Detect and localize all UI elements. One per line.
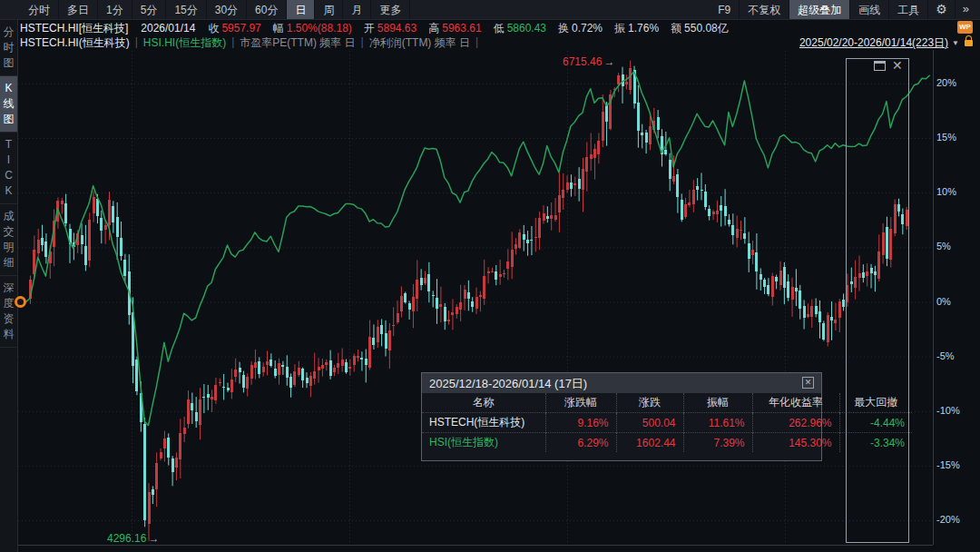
quote-fields: 收5957.97幅1.50%(88.18)开5894.63高5963.61低58… (208, 21, 740, 36)
lock-icon[interactable] (965, 40, 973, 46)
axis-tick: 0% (936, 296, 978, 307)
period-tabs: 分时多日1分5分15分30分60分日周月更多 (20, 0, 410, 19)
symbol-name: HSTECH.HI[恒生科技] (20, 21, 128, 36)
axis-tick: 20% (936, 77, 978, 88)
stats-header: 涨跌幅 (545, 393, 616, 413)
axis-tick: 10% (936, 186, 978, 197)
quote-field-5: 换0.72% (558, 21, 603, 36)
legend-separator: | (135, 35, 138, 51)
low-annotation: 4296.16→ (107, 532, 159, 545)
axis-tick: -20% (936, 514, 978, 525)
series-origin-marker (15, 296, 26, 308)
quote-field-3: 高5963.61 (428, 21, 481, 36)
popup-title: 2025/12/18-2026/01/14 (17日) (429, 376, 587, 392)
toolbar-button-4[interactable]: 工具 (889, 0, 928, 19)
toolbar-button-3[interactable]: 画线 (850, 0, 889, 19)
zoom-selection-rect[interactable] (846, 58, 909, 543)
stats-header: 年化收益率 (752, 393, 839, 413)
axis-tick: 15% (936, 132, 978, 143)
legend-bar: HSTECH.HI(恒生科技)|HSI.HI(恒生指数)|市盈率PE(TTM) … (20, 36, 980, 50)
legend-separator: | (361, 35, 364, 51)
period-tab-3[interactable]: 5分 (132, 0, 167, 19)
date-range-selector[interactable]: 2025/02/20-2026/01/14(223日) (799, 35, 948, 51)
period-tab-0[interactable]: 分时 (20, 0, 59, 19)
selection-controls: ✕ (874, 60, 903, 71)
peak-arrow-icon: → (603, 55, 614, 68)
gear-icon[interactable]: ⚙ (928, 0, 956, 19)
period-tab-5[interactable]: 30分 (207, 0, 247, 19)
sidebar-tab-成交明细[interactable]: 成交明细 (0, 204, 17, 276)
legend-right-group: 2025/02/20-2026/01/14(223日) ▼ (799, 35, 980, 51)
close-selection-icon[interactable]: ✕ (892, 60, 903, 71)
low-arrow-icon: → (148, 532, 159, 545)
quote-bar: HSTECH.HI[恒生科技] 2026/01/14 收5957.97幅1.50… (20, 20, 980, 36)
view-sidebar: 分时图K线图TICK成交明细深度资料 (0, 20, 18, 552)
legend-item-3[interactable]: 净利润(TTM) 频率 日 (369, 35, 470, 51)
toolbar-right-buttons: F9不复权超级叠加画线工具 (710, 0, 928, 19)
period-tab-9[interactable]: 月 (343, 0, 371, 19)
period-tab-7[interactable]: 日 (287, 0, 315, 19)
period-tab-2[interactable]: 1分 (98, 0, 132, 19)
popup-title-bar: 2025/12/18-2026/01/14 (17日) ✕ (422, 373, 821, 393)
peak-value: 6715.46 (563, 55, 602, 68)
toolbar-button-0[interactable]: F9 (710, 0, 740, 19)
period-tab-6[interactable]: 60分 (247, 0, 287, 19)
period-tab-8[interactable]: 周 (315, 0, 343, 19)
quote-field-1: 幅1.50%(88.18) (273, 21, 352, 36)
stats-table: 名称涨跌幅涨跌振幅年化收益率最大回撤 HSTECH(恒生科技)9.16%500.… (422, 393, 912, 452)
low-value: 4296.16 (107, 532, 146, 545)
legend-separator: | (475, 35, 478, 51)
sidebar-tab-深度资料[interactable]: 深度资料 (0, 276, 17, 348)
popup-close-icon[interactable]: ✕ (802, 377, 814, 389)
stats-row-1: HSI(恒生指数)6.29%1602.447.39%145.30%-3.34% (422, 433, 912, 453)
toolbar-button-2[interactable]: 超级叠加 (789, 0, 850, 19)
legend-item-1[interactable]: HSI.HI(恒生指数) (143, 35, 226, 51)
quote-field-7: 额550.08亿 (671, 21, 729, 36)
period-toolbar: 分时多日1分5分15分30分60分日周月更多 F9不复权超级叠加画线工具 ⚙ » (0, 0, 980, 20)
chevron-down-icon[interactable]: ▼ (952, 39, 959, 47)
peak-annotation: 6715.46→ (563, 55, 614, 68)
trading-app-window: 分时多日1分5分15分30分60分日周月更多 F9不复权超级叠加画线工具 ⚙ »… (0, 0, 980, 552)
axis-tick: -15% (936, 459, 978, 470)
quote-field-2: 开5894.63 (364, 21, 416, 36)
sidebar-tab-TICK[interactable]: TICK (0, 133, 17, 204)
stats-header: 名称 (422, 393, 545, 413)
period-tab-10[interactable]: 更多 (371, 0, 410, 19)
legend-item-2[interactable]: 市盈率PE(TTM) 频率 日 (240, 35, 355, 51)
right-axis-line (933, 50, 934, 545)
restore-window-icon[interactable] (874, 61, 886, 71)
quote-date: 2026/01/14 (141, 22, 195, 34)
axis-tick: -5% (936, 350, 978, 361)
quote-field-6: 振1.76% (614, 21, 659, 36)
chart-bottom-border (18, 545, 933, 546)
legend-item-0[interactable]: HSTECH.HI(恒生科技) (20, 35, 130, 51)
toolbar-right-group: F9不复权超级叠加画线工具 ⚙ » (710, 0, 980, 19)
sidebar-tab-分时图[interactable]: 分时图 (0, 20, 17, 76)
legend-items: HSTECH.HI(恒生科技)|HSI.HI(恒生指数)|市盈率PE(TTM) … (20, 35, 484, 51)
quote-field-0: 收5957.97 (208, 21, 260, 36)
wp-logo-badge: WP (957, 21, 973, 34)
legend-separator: | (231, 35, 234, 51)
chart-canvas[interactable] (18, 50, 933, 545)
period-tab-1[interactable]: 多日 (59, 0, 98, 19)
quote-field-4: 低5860.43 (494, 21, 546, 36)
period-tab-4[interactable]: 15分 (166, 0, 206, 19)
stats-row-0: HSTECH(恒生科技)9.16%500.0411.61%262.96%-4.4… (422, 413, 912, 433)
toolbar-button-1[interactable]: 不复权 (740, 0, 789, 19)
axis-tick: -10% (936, 405, 978, 416)
range-stats-popup: 2025/12/18-2026/01/14 (17日) ✕ 名称涨跌幅涨跌振幅年… (421, 372, 822, 461)
sidebar-tab-K线图[interactable]: K线图 (0, 76, 17, 133)
stats-header: 涨跌 (616, 393, 683, 413)
axis-tick: 5% (936, 241, 978, 251)
more-chevron-icon[interactable]: » (956, 0, 976, 19)
stats-header: 振幅 (683, 393, 752, 413)
stats-header: 最大回撤 (839, 393, 912, 413)
